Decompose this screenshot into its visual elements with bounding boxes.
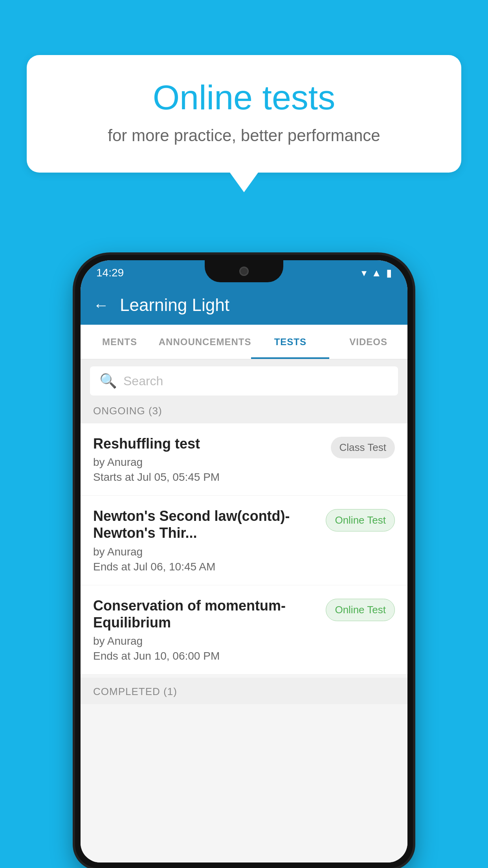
test-item-by: by Anurag [93, 635, 318, 647]
content-area: ONGOING (3) Reshuffling test by Anurag S… [81, 397, 407, 862]
search-icon: 🔍 [99, 373, 117, 389]
back-button[interactable]: ← [93, 296, 109, 314]
search-input-wrapper[interactable]: 🔍 Search [90, 366, 398, 395]
test-item-by: by Anurag [93, 546, 318, 558]
tab-tests-label: TESTS [274, 337, 306, 348]
status-icons: ▾ ▲ ▮ [361, 267, 392, 279]
test-item-content: Conservation of momentum-Equilibrium by … [93, 597, 318, 662]
signal-icon: ▲ [371, 267, 382, 279]
test-item-content: Reshuffling test by Anurag Starts at Jul… [93, 435, 323, 484]
tab-ments[interactable]: MENTS [81, 325, 159, 359]
wifi-icon: ▾ [361, 267, 367, 279]
tab-announcements[interactable]: ANNOUNCEMENTS [159, 325, 251, 359]
search-bar: 🔍 Search [81, 359, 407, 403]
tab-tests[interactable]: TESTS [251, 325, 329, 359]
test-badge-online: Online Test [326, 599, 395, 621]
tab-ments-label: MENTS [102, 337, 137, 348]
test-item-date: Ends at Jun 10, 06:00 PM [93, 650, 318, 662]
test-badge-class: Class Test [331, 437, 395, 458]
speech-bubble-title: Online tests [58, 79, 430, 117]
test-item-by: by Anurag [93, 456, 323, 469]
completed-section-header: COMPLETED (1) [81, 678, 407, 704]
test-item-title: Reshuffling test [93, 435, 323, 452]
status-time: 14:29 [96, 267, 124, 279]
test-item-title: Newton's Second law(contd)-Newton's Thir… [93, 508, 318, 541]
app-header-title: Learning Light [120, 295, 229, 315]
search-placeholder: Search [123, 374, 163, 388]
speech-bubble-wrapper: Online tests for more practice, better p… [27, 55, 461, 192]
test-item-date: Ends at Jul 06, 10:45 AM [93, 561, 318, 573]
front-camera [239, 267, 249, 276]
battery-icon: ▮ [386, 267, 392, 279]
test-badge-online: Online Test [326, 509, 395, 531]
notch [205, 260, 283, 282]
test-item[interactable]: Reshuffling test by Anurag Starts at Jul… [81, 423, 407, 496]
phone-screen: 14:29 ▾ ▲ ▮ ← Learning Light MENTS ANNOU… [81, 260, 407, 862]
ongoing-section-header: ONGOING (3) [81, 397, 407, 423]
app-header: ← Learning Light [81, 285, 407, 325]
tabs-bar: MENTS ANNOUNCEMENTS TESTS VIDEOS [81, 325, 407, 359]
test-item[interactable]: Conservation of momentum-Equilibrium by … [81, 585, 407, 675]
test-item-title: Conservation of momentum-Equilibrium [93, 597, 318, 631]
phone-frame: 14:29 ▾ ▲ ▮ ← Learning Light MENTS ANNOU… [75, 255, 413, 868]
tab-videos-label: VIDEOS [349, 337, 387, 348]
test-item-date: Starts at Jul 05, 05:45 PM [93, 471, 323, 484]
speech-bubble-arrow [230, 173, 258, 192]
test-item[interactable]: Newton's Second law(contd)-Newton's Thir… [81, 496, 407, 585]
speech-bubble: Online tests for more practice, better p… [27, 55, 461, 173]
speech-bubble-subtitle: for more practice, better performance [58, 126, 430, 145]
test-item-content: Newton's Second law(contd)-Newton's Thir… [93, 508, 318, 573]
tab-announcements-label: ANNOUNCEMENTS [159, 337, 251, 348]
tab-videos[interactable]: VIDEOS [329, 325, 407, 359]
